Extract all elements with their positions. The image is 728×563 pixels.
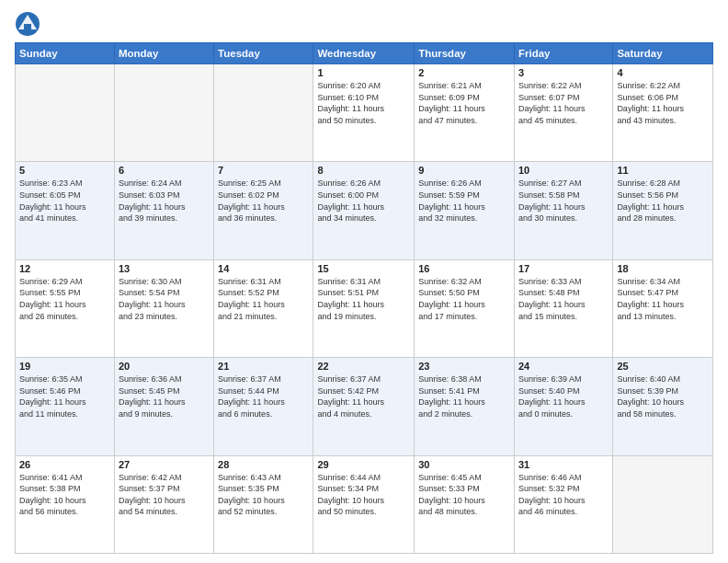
page: SundayMondayTuesdayWednesdayThursdayFrid…	[0, 0, 728, 563]
calendar-cell: 27Sunrise: 6:42 AM Sunset: 5:37 PM Dayli…	[114, 455, 213, 553]
day-info: Sunrise: 6:26 AM Sunset: 6:00 PM Dayligh…	[317, 178, 410, 224]
day-info: Sunrise: 6:45 AM Sunset: 5:33 PM Dayligh…	[418, 472, 510, 518]
calendar-cell: 22Sunrise: 6:37 AM Sunset: 5:42 PM Dayli…	[313, 358, 415, 455]
day-number: 19	[19, 361, 110, 372]
calendar-cell: 15Sunrise: 6:31 AM Sunset: 5:51 PM Dayli…	[313, 259, 415, 357]
calendar-cell	[16, 64, 115, 162]
day-info: Sunrise: 6:32 AM Sunset: 5:50 PM Dayligh…	[418, 276, 510, 322]
calendar-cell: 30Sunrise: 6:45 AM Sunset: 5:33 PM Dayli…	[415, 455, 515, 553]
day-number: 25	[617, 361, 709, 372]
calendar-cell	[613, 455, 713, 553]
calendar-cell: 3Sunrise: 6:22 AM Sunset: 6:07 PM Daylig…	[514, 64, 612, 162]
calendar-cell: 24Sunrise: 6:39 AM Sunset: 5:40 PM Dayli…	[514, 358, 612, 455]
day-info: Sunrise: 6:33 AM Sunset: 5:48 PM Dayligh…	[518, 276, 609, 322]
day-number: 22	[317, 361, 410, 372]
day-info: Sunrise: 6:37 AM Sunset: 5:44 PM Dayligh…	[218, 373, 309, 419]
day-number: 26	[19, 459, 110, 470]
day-number: 8	[317, 165, 410, 176]
day-info: Sunrise: 6:35 AM Sunset: 5:46 PM Dayligh…	[19, 373, 110, 419]
day-number: 3	[518, 67, 609, 78]
day-info: Sunrise: 6:24 AM Sunset: 6:03 PM Dayligh…	[119, 178, 210, 224]
day-number: 15	[317, 263, 410, 274]
day-number: 12	[19, 263, 110, 274]
calendar-cell: 20Sunrise: 6:36 AM Sunset: 5:45 PM Dayli…	[114, 358, 213, 455]
calendar-cell: 1Sunrise: 6:20 AM Sunset: 6:10 PM Daylig…	[313, 64, 415, 162]
day-info: Sunrise: 6:29 AM Sunset: 5:55 PM Dayligh…	[19, 276, 110, 322]
calendar-header-friday: Friday	[514, 43, 612, 64]
calendar-cell: 9Sunrise: 6:26 AM Sunset: 5:59 PM Daylig…	[415, 162, 515, 259]
day-info: Sunrise: 6:34 AM Sunset: 5:47 PM Dayligh…	[617, 276, 709, 322]
calendar-header-tuesday: Tuesday	[214, 43, 313, 64]
day-number: 24	[518, 361, 609, 372]
calendar-week-row: 1Sunrise: 6:20 AM Sunset: 6:10 PM Daylig…	[16, 64, 713, 162]
day-number: 9	[418, 165, 510, 176]
calendar-cell	[214, 64, 313, 162]
day-number: 14	[218, 263, 309, 274]
calendar-cell: 12Sunrise: 6:29 AM Sunset: 5:55 PM Dayli…	[16, 259, 115, 357]
calendar-cell: 10Sunrise: 6:27 AM Sunset: 5:58 PM Dayli…	[514, 162, 612, 259]
day-number: 20	[119, 361, 210, 372]
calendar-week-row: 26Sunrise: 6:41 AM Sunset: 5:38 PM Dayli…	[16, 455, 713, 553]
calendar-cell: 18Sunrise: 6:34 AM Sunset: 5:47 PM Dayli…	[613, 259, 713, 357]
calendar-table: SundayMondayTuesdayWednesdayThursdayFrid…	[15, 42, 713, 554]
day-number: 13	[119, 263, 210, 274]
day-info: Sunrise: 6:46 AM Sunset: 5:32 PM Dayligh…	[518, 472, 609, 518]
calendar-cell: 19Sunrise: 6:35 AM Sunset: 5:46 PM Dayli…	[16, 358, 115, 455]
calendar-cell: 4Sunrise: 6:22 AM Sunset: 6:06 PM Daylig…	[613, 64, 713, 162]
day-number: 5	[19, 165, 110, 176]
calendar-cell: 2Sunrise: 6:21 AM Sunset: 6:09 PM Daylig…	[415, 64, 515, 162]
calendar-cell: 14Sunrise: 6:31 AM Sunset: 5:52 PM Dayli…	[214, 259, 313, 357]
calendar-header-sunday: Sunday	[16, 43, 115, 64]
logo	[15, 11, 42, 37]
day-info: Sunrise: 6:23 AM Sunset: 6:05 PM Dayligh…	[19, 178, 110, 224]
logo-icon	[15, 11, 40, 37]
day-number: 30	[418, 459, 510, 470]
day-number: 10	[518, 165, 609, 176]
day-number: 11	[617, 165, 709, 176]
day-number: 21	[218, 361, 309, 372]
day-info: Sunrise: 6:30 AM Sunset: 5:54 PM Dayligh…	[119, 276, 210, 322]
day-number: 27	[119, 459, 210, 470]
day-info: Sunrise: 6:31 AM Sunset: 5:51 PM Dayligh…	[317, 276, 410, 322]
calendar-cell: 6Sunrise: 6:24 AM Sunset: 6:03 PM Daylig…	[114, 162, 213, 259]
day-info: Sunrise: 6:43 AM Sunset: 5:35 PM Dayligh…	[218, 472, 309, 518]
calendar-cell: 7Sunrise: 6:25 AM Sunset: 6:02 PM Daylig…	[214, 162, 313, 259]
calendar-header-thursday: Thursday	[415, 43, 515, 64]
calendar-week-row: 5Sunrise: 6:23 AM Sunset: 6:05 PM Daylig…	[16, 162, 713, 259]
calendar-cell: 31Sunrise: 6:46 AM Sunset: 5:32 PM Dayli…	[514, 455, 612, 553]
day-info: Sunrise: 6:36 AM Sunset: 5:45 PM Dayligh…	[119, 373, 210, 419]
calendar-cell: 28Sunrise: 6:43 AM Sunset: 5:35 PM Dayli…	[214, 455, 313, 553]
day-info: Sunrise: 6:38 AM Sunset: 5:41 PM Dayligh…	[418, 373, 510, 419]
day-info: Sunrise: 6:27 AM Sunset: 5:58 PM Dayligh…	[518, 178, 609, 224]
day-info: Sunrise: 6:40 AM Sunset: 5:39 PM Dayligh…	[617, 373, 709, 419]
calendar-header-wednesday: Wednesday	[313, 43, 415, 64]
day-info: Sunrise: 6:37 AM Sunset: 5:42 PM Dayligh…	[317, 373, 410, 419]
calendar-cell: 29Sunrise: 6:44 AM Sunset: 5:34 PM Dayli…	[313, 455, 415, 553]
calendar-cell: 8Sunrise: 6:26 AM Sunset: 6:00 PM Daylig…	[313, 162, 415, 259]
day-info: Sunrise: 6:21 AM Sunset: 6:09 PM Dayligh…	[418, 80, 510, 126]
day-info: Sunrise: 6:25 AM Sunset: 6:02 PM Dayligh…	[218, 178, 309, 224]
calendar-cell: 5Sunrise: 6:23 AM Sunset: 6:05 PM Daylig…	[16, 162, 115, 259]
calendar-cell	[114, 64, 213, 162]
calendar-cell: 16Sunrise: 6:32 AM Sunset: 5:50 PM Dayli…	[415, 259, 515, 357]
day-number: 31	[518, 459, 609, 470]
day-info: Sunrise: 6:44 AM Sunset: 5:34 PM Dayligh…	[317, 472, 410, 518]
calendar-header-row: SundayMondayTuesdayWednesdayThursdayFrid…	[16, 43, 713, 64]
day-number: 29	[317, 459, 410, 470]
day-info: Sunrise: 6:41 AM Sunset: 5:38 PM Dayligh…	[19, 472, 110, 518]
day-number: 6	[119, 165, 210, 176]
day-info: Sunrise: 6:22 AM Sunset: 6:06 PM Dayligh…	[617, 80, 709, 126]
calendar-week-row: 19Sunrise: 6:35 AM Sunset: 5:46 PM Dayli…	[16, 358, 713, 455]
day-number: 23	[418, 361, 510, 372]
calendar-cell: 13Sunrise: 6:30 AM Sunset: 5:54 PM Dayli…	[114, 259, 213, 357]
day-info: Sunrise: 6:39 AM Sunset: 5:40 PM Dayligh…	[518, 373, 609, 419]
calendar-cell: 11Sunrise: 6:28 AM Sunset: 5:56 PM Dayli…	[613, 162, 713, 259]
day-info: Sunrise: 6:42 AM Sunset: 5:37 PM Dayligh…	[119, 472, 210, 518]
day-number: 16	[418, 263, 510, 274]
day-info: Sunrise: 6:22 AM Sunset: 6:07 PM Dayligh…	[518, 80, 609, 126]
calendar-header-saturday: Saturday	[613, 43, 713, 64]
day-info: Sunrise: 6:28 AM Sunset: 5:56 PM Dayligh…	[617, 178, 709, 224]
calendar-cell: 26Sunrise: 6:41 AM Sunset: 5:38 PM Dayli…	[16, 455, 115, 553]
day-info: Sunrise: 6:26 AM Sunset: 5:59 PM Dayligh…	[418, 178, 510, 224]
day-number: 1	[317, 67, 410, 78]
